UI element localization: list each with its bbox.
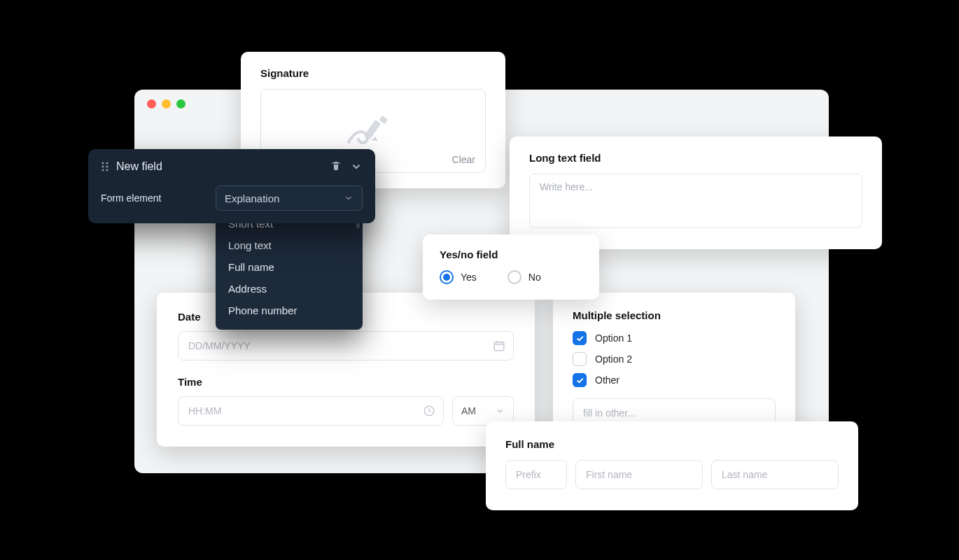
svg-point-4	[102, 162, 104, 164]
long-text-card: Long text field	[510, 136, 882, 249]
chevron-down-icon[interactable]	[350, 160, 363, 173]
chevron-down-icon	[344, 193, 354, 203]
chevron-down-icon	[495, 406, 505, 416]
checkbox-option-2-label: Option 2	[595, 354, 632, 365]
dropdown-option-long-text[interactable]: Long text	[216, 234, 363, 256]
radio-yes[interactable]: Yes	[440, 270, 477, 284]
checkbox-other-box	[573, 373, 587, 387]
radio-yes-label: Yes	[461, 272, 477, 283]
drag-handle-icon[interactable]	[101, 161, 109, 172]
signature-icon	[346, 115, 400, 146]
form-element-dropdown: Short text Long text Full name Address P…	[216, 206, 363, 330]
signature-title: Signature	[260, 67, 486, 79]
form-element-label: Form element	[101, 192, 206, 204]
form-element-select[interactable]: Explanation	[216, 186, 363, 211]
new-field-panel: New field Form element Explanation	[88, 149, 375, 223]
trash-icon[interactable]	[330, 160, 342, 173]
long-text-input[interactable]	[529, 174, 862, 228]
yesno-title: Yes/no field	[440, 248, 582, 260]
svg-rect-1	[379, 115, 388, 124]
fullname-card: Full name	[486, 421, 858, 510]
first-name-input[interactable]	[575, 460, 703, 489]
checkbox-option-1-box	[573, 331, 587, 345]
svg-rect-2	[494, 342, 504, 351]
svg-point-8	[102, 169, 104, 171]
window-minimize-dot[interactable]	[162, 99, 171, 108]
checkbox-option-2-box	[573, 352, 587, 366]
form-element-selected-value: Explanation	[225, 192, 279, 204]
signature-clear-button[interactable]: Clear	[452, 154, 475, 165]
dropdown-option-full-name[interactable]: Full name	[216, 256, 363, 278]
yesno-card: Yes/no field Yes No	[423, 234, 599, 300]
dropdown-option-address[interactable]: Address	[216, 278, 363, 300]
time-input[interactable]	[178, 396, 444, 426]
time-label: Time	[178, 376, 514, 388]
checkbox-other-label: Other	[595, 374, 620, 386]
svg-point-6	[102, 165, 104, 167]
svg-rect-0	[364, 120, 381, 140]
checkbox-option-1[interactable]: Option 1	[573, 331, 776, 345]
last-name-input[interactable]	[711, 460, 839, 489]
radio-no[interactable]: No	[507, 270, 541, 284]
svg-point-7	[106, 165, 108, 167]
long-text-title: Long text field	[529, 152, 862, 164]
checkbox-option-2[interactable]: Option 2	[573, 352, 776, 366]
window-close-dot[interactable]	[147, 99, 156, 108]
svg-point-5	[106, 162, 108, 164]
new-field-title: New field	[116, 160, 323, 173]
calendar-icon[interactable]	[493, 340, 505, 352]
fullname-title: Full name	[505, 438, 839, 450]
prefix-input[interactable]	[505, 460, 567, 489]
radio-yes-indicator	[440, 270, 454, 284]
radio-no-label: No	[528, 272, 541, 283]
checkbox-option-1-label: Option 1	[595, 332, 632, 344]
multiple-selection-title: Multiple selection	[573, 309, 776, 321]
clock-icon[interactable]	[423, 405, 435, 417]
svg-point-9	[106, 169, 108, 171]
radio-no-indicator	[507, 270, 522, 284]
checkbox-other[interactable]: Other	[573, 373, 776, 387]
ampm-value: AM	[461, 405, 476, 416]
dropdown-option-phone-number[interactable]: Phone number	[216, 300, 363, 321]
date-input[interactable]	[178, 331, 514, 360]
window-maximize-dot[interactable]	[176, 99, 186, 108]
